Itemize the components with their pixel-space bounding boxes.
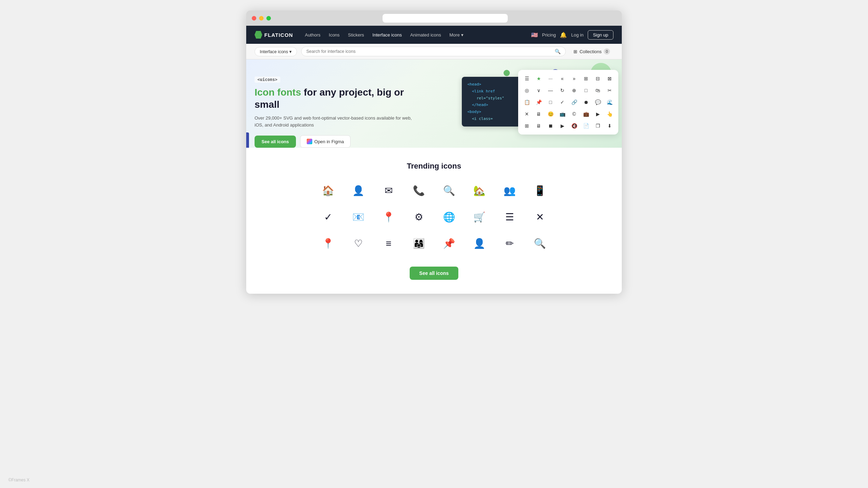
collections-label: Collections: [579, 49, 602, 54]
float-icon-screen[interactable]: 🖥: [533, 121, 544, 131]
icon-group[interactable]: 👨‍👩‍👧: [407, 235, 431, 253]
float-icon-download[interactable]: ⬇: [604, 121, 615, 131]
float-icon-square[interactable]: □: [581, 85, 591, 96]
float-icon-layers[interactable]: ❐: [593, 121, 603, 131]
icon-zoom[interactable]: 🔍: [528, 235, 552, 253]
minimize-button[interactable]: [259, 16, 264, 21]
float-icon-plus[interactable]: ⊕: [569, 85, 579, 96]
see-all-button[interactable]: See all icons: [410, 267, 459, 280]
login-link[interactable]: Log in: [571, 32, 583, 38]
float-icon-pin[interactable]: 📌: [533, 97, 544, 107]
float-icon-scissors[interactable]: ✂: [604, 85, 615, 96]
float-icon-play[interactable]: ▶: [557, 121, 568, 131]
deco-circle-light: [590, 63, 611, 84]
see-all-icons-button[interactable]: See all icons: [255, 136, 296, 148]
url-input[interactable]: flaticon.com/uicons/interface-icons: [383, 14, 508, 23]
collections-grid-icon: ⊞: [573, 49, 577, 54]
float-icon-minus[interactable]: —: [545, 85, 556, 96]
code-line-5: <body>: [467, 108, 533, 115]
icon-location[interactable]: 📍: [376, 208, 401, 226]
code-line-4: </head>: [467, 101, 533, 108]
icon-house[interactable]: 🏡: [467, 182, 492, 200]
icon-globe[interactable]: 🌐: [437, 208, 461, 226]
float-icon-prev[interactable]: «: [557, 73, 568, 84]
float-icon-briefcase[interactable]: 💼: [581, 109, 591, 119]
float-icon-hand[interactable]: 👆: [604, 109, 615, 119]
search-input[interactable]: [306, 49, 552, 54]
float-icon-copy[interactable]: 📋: [522, 97, 532, 107]
collections-button[interactable]: ⊞ Collections 0: [570, 47, 613, 56]
float-icon-circle[interactable]: ◎: [522, 85, 532, 96]
figma-button-label: Open in Figma: [314, 139, 344, 144]
icon-phone[interactable]: 📱: [528, 182, 552, 200]
nav-animated-icons[interactable]: Animated icons: [407, 30, 444, 40]
close-button[interactable]: [252, 16, 256, 21]
float-icon-bag[interactable]: 🛍: [593, 85, 603, 96]
notifications-icon[interactable]: 🔔: [560, 32, 567, 38]
float-icon-chat[interactable]: 💬: [593, 97, 603, 107]
icon-map-pin[interactable]: 📌: [437, 235, 461, 253]
icon-settings[interactable]: ⚙: [407, 208, 431, 226]
brand-logo[interactable]: FLATICON: [255, 31, 293, 39]
float-icon-stop[interactable]: ⏹: [545, 121, 556, 131]
open-in-figma-button[interactable]: Open in Figma: [300, 135, 351, 148]
float-icon-apps[interactable]: ⊞: [522, 121, 532, 131]
float-icon-grid2[interactable]: ⊟: [593, 73, 603, 84]
code-line-6: <i class=: [467, 115, 533, 122]
uicons-badge: <uicons>: [255, 76, 280, 83]
icon-menu[interactable]: ☰: [497, 208, 522, 226]
search-container: 🔍: [301, 47, 566, 56]
icon-users[interactable]: 👥: [497, 182, 522, 200]
float-icon-doc[interactable]: 📄: [581, 121, 591, 131]
icon-person[interactable]: 👤: [467, 235, 492, 253]
code-line-1: <head>: [467, 81, 533, 88]
icon-lines[interactable]: ≡: [376, 235, 401, 253]
search-icon[interactable]: 🔍: [555, 49, 561, 54]
float-icon-x[interactable]: ✕: [522, 109, 532, 119]
float-icon-mute[interactable]: 🔇: [569, 121, 579, 131]
nav-interface-icons[interactable]: Interface icons: [369, 30, 405, 40]
float-icon-link[interactable]: 🔗: [569, 97, 579, 107]
float-icon-copyright[interactable]: ©: [569, 109, 579, 119]
float-icon-tv[interactable]: 📺: [557, 109, 568, 119]
float-icon-menu[interactable]: ☰: [522, 73, 532, 84]
icon-pin[interactable]: 📍: [316, 235, 340, 253]
float-icon-smile[interactable]: 😊: [545, 109, 556, 119]
float-icon-grid1[interactable]: ⊞: [581, 73, 591, 84]
float-icon-check[interactable]: ∨: [533, 85, 544, 96]
icon-check[interactable]: ✓: [316, 208, 340, 226]
icon-edit[interactable]: ✏: [497, 235, 522, 253]
icon-home[interactable]: 🏠: [316, 182, 340, 200]
float-icon-water[interactable]: 🌊: [604, 97, 615, 107]
icon-search[interactable]: 🔍: [437, 182, 461, 200]
float-icon-cursor[interactable]: ▶: [593, 109, 603, 119]
navbar-right: 🇺🇸 Pricing 🔔 Log in Sign up: [531, 30, 613, 40]
float-icon-dots[interactable]: ···: [545, 73, 556, 84]
nav-stickers[interactable]: Stickers: [345, 30, 368, 40]
float-icon-circle2[interactable]: ⏺: [581, 97, 591, 107]
float-icon-refresh[interactable]: ↻: [557, 85, 568, 96]
icon-heart[interactable]: ♡: [346, 235, 371, 253]
nav-icons[interactable]: Icons: [326, 30, 343, 40]
maximize-button[interactable]: [266, 16, 271, 21]
icon-user[interactable]: 👤: [346, 182, 371, 200]
pricing-link[interactable]: Pricing: [542, 32, 556, 38]
nav-authors[interactable]: Authors: [302, 30, 324, 40]
float-icon-tick[interactable]: ✓: [557, 97, 568, 107]
float-icon-next[interactable]: »: [569, 73, 579, 84]
page-sidebar-indicator: [246, 132, 249, 148]
signup-button[interactable]: Sign up: [588, 30, 613, 40]
icon-call[interactable]: 📞: [407, 182, 431, 200]
icon-close[interactable]: ✕: [528, 208, 552, 226]
float-icon-grid3[interactable]: ⊠: [604, 73, 615, 84]
website-content: FLATICON Authors Icons Stickers Interfac…: [246, 26, 622, 294]
icon-mail[interactable]: ✉: [376, 182, 401, 200]
language-flag[interactable]: 🇺🇸: [531, 32, 538, 38]
float-icon-box[interactable]: □: [545, 97, 556, 107]
float-icon-monitor[interactable]: 🖥: [533, 109, 544, 119]
float-icon-star[interactable]: ★: [533, 73, 544, 84]
icon-cart[interactable]: 🛒: [467, 208, 492, 226]
filter-pill[interactable]: Interface icons ▾: [255, 47, 297, 56]
nav-more[interactable]: More ▾: [446, 30, 467, 40]
icon-envelope[interactable]: 📧: [346, 208, 371, 226]
